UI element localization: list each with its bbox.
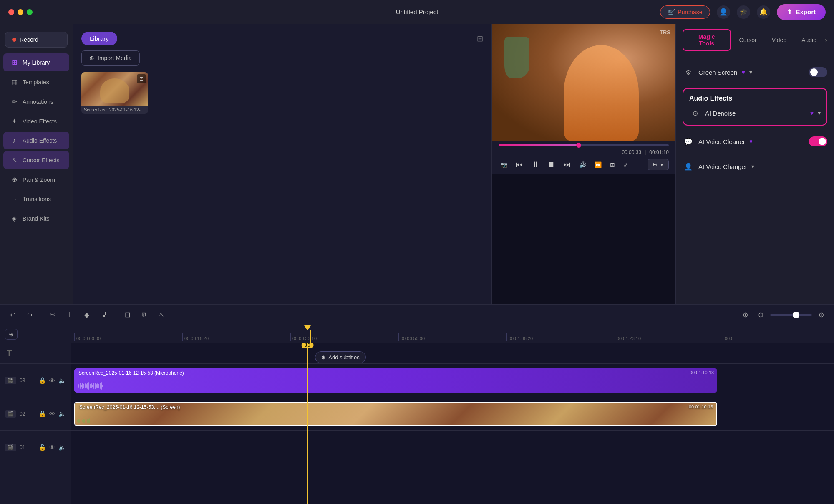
track-01-lock-button[interactable]: 🔓 — [39, 444, 46, 451]
timeline-content: ⊕ T 🎬 03 🔓 👁 🔈 — [0, 325, 834, 504]
sidebar-item-templates[interactable]: ▦ Templates — [3, 73, 69, 91]
audio-track[interactable]: ScreenRec_2025-01-16 12-15-53 (Microphon… — [74, 368, 717, 393]
sidebar-item-brand-kits[interactable]: ◈ Brand Kits — [3, 209, 69, 227]
timeline-right-tools: ⊕ ⊖ ⊕ — [739, 309, 827, 320]
tab-magic-tools[interactable]: Magic Tools — [683, 29, 731, 51]
track-01-num: 01 — [20, 444, 25, 450]
ruler-marks: 00:00:00:00 00:00:16:20 00:00:33:10 00:0… — [71, 333, 834, 341]
tab-audio[interactable]: Audio — [795, 33, 823, 47]
sidebar-item-my-library[interactable]: ⊞ My Library — [3, 53, 69, 71]
track-03-lock-button[interactable]: 🔓 — [39, 377, 46, 384]
add-track-left-button[interactable]: ⊕ — [5, 329, 18, 340]
account-icon[interactable]: 👤 — [717, 5, 730, 19]
speed-button[interactable]: ⏩ — [593, 160, 603, 170]
ai-denoise-dropdown[interactable]: ▾ — [818, 110, 821, 116]
track-02-visible-button[interactable]: 👁 — [49, 411, 55, 417]
upload-icon: ⬆ — [787, 8, 792, 16]
track-02-mute-button[interactable]: 🔈 — [58, 411, 66, 417]
fullscreen-button[interactable]: ⤢ — [622, 160, 630, 170]
total-time: 00:01:10 — [649, 149, 669, 155]
ai-voice-changer-dropdown[interactable]: ▾ — [751, 163, 754, 170]
ai-voice-cleaner-toggle[interactable] — [809, 136, 827, 146]
sidebar-item-cursor-effects[interactable]: ↖ Cursor Effects — [3, 151, 69, 169]
zoom-slider[interactable] — [770, 314, 812, 316]
audio-track-row: ScreenRec_2025-01-16 12-15-53 (Microphon… — [71, 364, 834, 397]
audio-waveform — [74, 382, 717, 390]
help-icon[interactable]: 🔔 — [757, 5, 770, 19]
stop-button[interactable]: ⏹ — [546, 159, 557, 171]
add-track-button[interactable]: ⊕ — [739, 309, 751, 320]
track-02-lock-button[interactable]: 🔓 — [39, 411, 46, 417]
green-screen-dropdown[interactable]: ▾ — [749, 69, 752, 76]
sidebar-item-pan-zoom[interactable]: ⊕ Pan & Zoom — [3, 171, 69, 189]
tab-video[interactable]: Video — [765, 33, 794, 47]
mic-button[interactable]: 🎙 — [98, 310, 111, 320]
zoom-in-button[interactable]: ⊕ — [815, 309, 827, 320]
track-01-btns: 🔓 👁 🔈 — [39, 444, 66, 451]
titlebar-left — [8, 9, 33, 15]
track-03-visible-button[interactable]: 👁 — [49, 377, 55, 384]
pause-button[interactable]: ⏸ — [530, 159, 541, 171]
volume-button[interactable]: 🔊 — [577, 160, 588, 170]
crop-button[interactable]: ⊞ — [608, 160, 617, 170]
video-effects-icon: ✦ — [10, 117, 18, 125]
sidebar-item-annotations[interactable]: ✏ Annotations — [3, 93, 69, 111]
record-button[interactable]: Record — [5, 32, 68, 48]
track-03-num: 03 — [20, 378, 25, 383]
sidebar-item-video-effects[interactable]: ✦ Video Effects — [3, 112, 69, 130]
purchase-button[interactable]: 🛒 Purchase — [660, 5, 710, 19]
marker-button[interactable]: ◆ — [81, 309, 93, 320]
add-subtitles-button[interactable]: ⊕ Add subtitles — [315, 351, 365, 363]
traffic-lights — [8, 9, 33, 15]
screenshot-button[interactable]: 📷 — [499, 160, 509, 170]
library-tab[interactable]: Library — [81, 32, 117, 45]
video-waveform — [75, 418, 716, 424]
panel-content: ⚙ Green Screen ♥ ▾ Audio Effects ⊙ AI De… — [676, 56, 834, 182]
zoom-handle[interactable] — [793, 312, 799, 318]
tab-cursor[interactable]: Cursor — [733, 33, 763, 47]
track-03-controls: 🎬 03 — [5, 377, 25, 384]
import-media-button[interactable]: ⊕ Import Media — [81, 50, 140, 66]
green-screen-toggle[interactable] — [809, 67, 827, 77]
track-03-mute-button[interactable]: 🔈 — [58, 377, 66, 384]
purchase-label: Purchase — [678, 9, 702, 15]
media-thumbnail[interactable]: ⊡ ScreenRec_2025-01-16 12-... — [81, 72, 148, 114]
prev-frame-button[interactable]: ⏮ — [514, 159, 525, 171]
ai-voice-cleaner-row: 💬 AI Voice Cleaner ♥ — [683, 132, 827, 151]
next-frame-button[interactable]: ⏭ — [562, 159, 572, 171]
ai-voice-cleaner-icon: 💬 — [683, 136, 694, 147]
zoom-out-button[interactable]: ⊖ — [755, 309, 767, 320]
minimize-window-button[interactable] — [18, 9, 23, 15]
video-track[interactable]: ScreenRec_2025-01-16 12-15-53.... (Scree… — [74, 402, 717, 426]
multi-edit-button[interactable]: ⧉ — [139, 310, 150, 320]
progress-handle[interactable] — [576, 143, 581, 148]
export-button[interactable]: ⬆ Export — [777, 4, 826, 20]
cut-button[interactable]: ✂ — [46, 309, 58, 320]
ai-voice-cleaner-heart-icon: ♥ — [749, 138, 753, 145]
templates-label: Templates — [23, 79, 49, 86]
learn-icon[interactable]: 🎓 — [737, 5, 750, 19]
filter-icon[interactable]: ⊟ — [477, 34, 483, 43]
audio-track-label: ScreenRec_2025-01-16 12-15-53 (Microphon… — [78, 370, 184, 376]
undo-button[interactable]: ↩ — [7, 309, 19, 320]
transitions-label: Transitions — [23, 196, 51, 202]
text-track-icon: T — [7, 348, 12, 358]
fit-label: Fit — [653, 161, 659, 168]
sidebar-item-transitions[interactable]: ↔ Transitions — [3, 190, 69, 208]
ripple-button[interactable]: ⧊ — [155, 310, 167, 320]
maximize-window-button[interactable] — [27, 9, 33, 15]
sidebar-item-audio-effects[interactable]: ♪ Audio Effects — [3, 132, 69, 149]
redo-button[interactable]: ↪ — [24, 309, 36, 320]
brand-kits-label: Brand Kits — [23, 215, 50, 222]
clip-tools-button[interactable]: ⊡ — [121, 309, 134, 320]
close-window-button[interactable] — [8, 9, 14, 15]
templates-icon: ▦ — [10, 78, 18, 86]
track-01-visible-button[interactable]: 👁 — [49, 444, 55, 451]
record-dot — [12, 38, 16, 42]
track-01-mute-button[interactable]: 🔈 — [58, 444, 66, 451]
split-button[interactable]: ⊥ — [63, 309, 76, 320]
progress-bar[interactable] — [499, 144, 669, 146]
panel-tab-arrow[interactable]: › — [825, 36, 827, 45]
track-02-controls: 🎬 02 — [5, 410, 25, 418]
fit-button[interactable]: Fit ▾ — [648, 159, 669, 170]
